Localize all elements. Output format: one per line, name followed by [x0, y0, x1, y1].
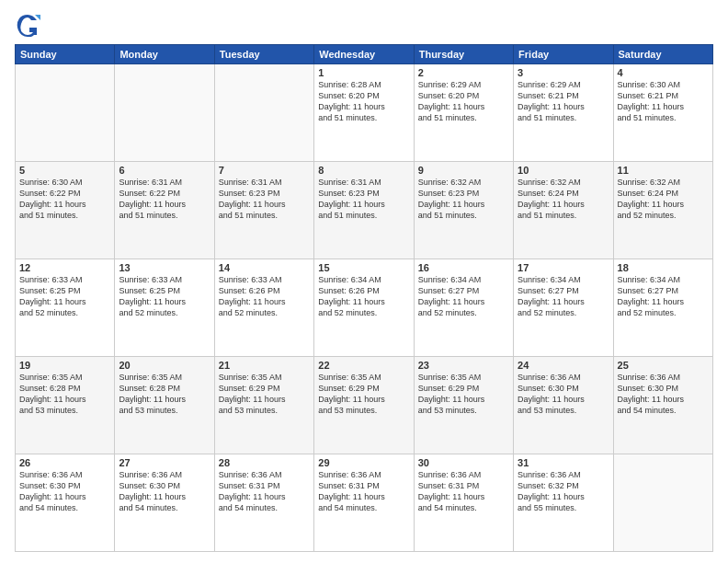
calendar-cell: 30Sunrise: 6:36 AM Sunset: 6:31 PM Dayli…: [414, 454, 513, 552]
page: SundayMondayTuesdayWednesdayThursdayFrid…: [0, 0, 728, 563]
calendar-body: 1Sunrise: 6:28 AM Sunset: 6:20 PM Daylig…: [16, 64, 713, 552]
calendar-cell: 18Sunrise: 6:34 AM Sunset: 6:27 PM Dayli…: [613, 259, 712, 357]
weekday-header: Tuesday: [214, 45, 313, 64]
day-number: 30: [418, 457, 509, 468]
day-info: Sunrise: 6:36 AM Sunset: 6:30 PM Dayligh…: [19, 469, 110, 514]
day-number: 15: [318, 262, 409, 273]
day-info: Sunrise: 6:31 AM Sunset: 6:23 PM Dayligh…: [219, 177, 310, 222]
weekday-header: Thursday: [414, 45, 513, 64]
day-info: Sunrise: 6:35 AM Sunset: 6:28 PM Dayligh…: [119, 372, 210, 417]
calendar-header: SundayMondayTuesdayWednesdayThursdayFrid…: [16, 45, 713, 64]
day-info: Sunrise: 6:32 AM Sunset: 6:24 PM Dayligh…: [518, 177, 609, 222]
day-number: 19: [19, 360, 110, 371]
calendar-cell: 12Sunrise: 6:33 AM Sunset: 6:25 PM Dayli…: [16, 259, 115, 357]
day-info: Sunrise: 6:31 AM Sunset: 6:23 PM Dayligh…: [318, 177, 409, 222]
calendar-cell: 8Sunrise: 6:31 AM Sunset: 6:23 PM Daylig…: [314, 162, 414, 259]
day-number: 24: [518, 360, 609, 371]
calendar-cell: 1Sunrise: 6:28 AM Sunset: 6:20 PM Daylig…: [314, 64, 414, 162]
day-info: Sunrise: 6:36 AM Sunset: 6:30 PM Dayligh…: [119, 469, 210, 514]
day-number: 29: [318, 457, 409, 468]
calendar-cell: 21Sunrise: 6:35 AM Sunset: 6:29 PM Dayli…: [214, 357, 313, 454]
calendar-cell: 15Sunrise: 6:34 AM Sunset: 6:26 PM Dayli…: [314, 259, 414, 357]
calendar-cell: 19Sunrise: 6:35 AM Sunset: 6:28 PM Dayli…: [16, 357, 115, 454]
day-info: Sunrise: 6:34 AM Sunset: 6:26 PM Dayligh…: [318, 274, 409, 319]
day-info: Sunrise: 6:34 AM Sunset: 6:27 PM Dayligh…: [618, 274, 709, 319]
day-info: Sunrise: 6:30 AM Sunset: 6:21 PM Dayligh…: [618, 79, 709, 124]
day-number: 13: [119, 262, 210, 273]
weekday-header: Sunday: [16, 45, 115, 64]
day-number: 23: [418, 360, 509, 371]
day-number: 12: [19, 262, 110, 273]
weekday-row: SundayMondayTuesdayWednesdayThursdayFrid…: [16, 45, 713, 64]
day-number: 11: [618, 165, 709, 176]
day-number: 20: [119, 360, 210, 371]
calendar-cell: 28Sunrise: 6:36 AM Sunset: 6:31 PM Dayli…: [214, 454, 313, 552]
day-number: 25: [618, 360, 709, 371]
day-number: 28: [219, 457, 310, 468]
calendar-cell: 5Sunrise: 6:30 AM Sunset: 6:22 PM Daylig…: [16, 162, 115, 259]
calendar-week-row: 5Sunrise: 6:30 AM Sunset: 6:22 PM Daylig…: [16, 162, 713, 259]
day-number: 2: [418, 67, 509, 78]
calendar-cell: 25Sunrise: 6:36 AM Sunset: 6:30 PM Dayli…: [613, 357, 712, 454]
day-number: 1: [318, 67, 409, 78]
header: [15, 11, 713, 37]
logo: [15, 11, 44, 37]
day-info: Sunrise: 6:33 AM Sunset: 6:25 PM Dayligh…: [19, 274, 110, 319]
calendar-cell: [16, 64, 115, 162]
day-info: Sunrise: 6:36 AM Sunset: 6:32 PM Dayligh…: [518, 469, 609, 514]
calendar-cell: 16Sunrise: 6:34 AM Sunset: 6:27 PM Dayli…: [414, 259, 513, 357]
day-number: 9: [418, 165, 509, 176]
calendar-cell: 27Sunrise: 6:36 AM Sunset: 6:30 PM Dayli…: [115, 454, 214, 552]
day-info: Sunrise: 6:30 AM Sunset: 6:22 PM Dayligh…: [19, 177, 110, 222]
day-number: 6: [119, 165, 210, 176]
day-info: Sunrise: 6:36 AM Sunset: 6:31 PM Dayligh…: [219, 469, 310, 514]
day-info: Sunrise: 6:32 AM Sunset: 6:24 PM Dayligh…: [618, 177, 709, 222]
calendar-cell: [613, 454, 712, 552]
day-number: 7: [219, 165, 310, 176]
day-number: 22: [318, 360, 409, 371]
weekday-header: Saturday: [613, 45, 712, 64]
calendar-cell: 10Sunrise: 6:32 AM Sunset: 6:24 PM Dayli…: [514, 162, 613, 259]
calendar-week-row: 26Sunrise: 6:36 AM Sunset: 6:30 PM Dayli…: [16, 454, 713, 552]
calendar-cell: 13Sunrise: 6:33 AM Sunset: 6:25 PM Dayli…: [115, 259, 214, 357]
calendar-cell: 2Sunrise: 6:29 AM Sunset: 6:20 PM Daylig…: [414, 64, 513, 162]
calendar-week-row: 12Sunrise: 6:33 AM Sunset: 6:25 PM Dayli…: [16, 259, 713, 357]
day-info: Sunrise: 6:36 AM Sunset: 6:30 PM Dayligh…: [618, 372, 709, 417]
day-number: 21: [219, 360, 310, 371]
day-info: Sunrise: 6:35 AM Sunset: 6:29 PM Dayligh…: [418, 372, 509, 417]
calendar-cell: 14Sunrise: 6:33 AM Sunset: 6:26 PM Dayli…: [214, 259, 313, 357]
day-info: Sunrise: 6:35 AM Sunset: 6:28 PM Dayligh…: [19, 372, 110, 417]
day-number: 14: [219, 262, 310, 273]
calendar-cell: 11Sunrise: 6:32 AM Sunset: 6:24 PM Dayli…: [613, 162, 712, 259]
day-number: 27: [119, 457, 210, 468]
calendar-cell: 26Sunrise: 6:36 AM Sunset: 6:30 PM Dayli…: [16, 454, 115, 552]
calendar-cell: 7Sunrise: 6:31 AM Sunset: 6:23 PM Daylig…: [214, 162, 313, 259]
calendar-cell: 23Sunrise: 6:35 AM Sunset: 6:29 PM Dayli…: [414, 357, 513, 454]
calendar-cell: 29Sunrise: 6:36 AM Sunset: 6:31 PM Dayli…: [314, 454, 414, 552]
day-info: Sunrise: 6:29 AM Sunset: 6:21 PM Dayligh…: [518, 79, 609, 124]
calendar-week-row: 19Sunrise: 6:35 AM Sunset: 6:28 PM Dayli…: [16, 357, 713, 454]
calendar: SundayMondayTuesdayWednesdayThursdayFrid…: [15, 44, 713, 552]
day-info: Sunrise: 6:35 AM Sunset: 6:29 PM Dayligh…: [219, 372, 310, 417]
weekday-header: Wednesday: [314, 45, 414, 64]
day-info: Sunrise: 6:36 AM Sunset: 6:31 PM Dayligh…: [318, 469, 409, 514]
day-number: 8: [318, 165, 409, 176]
day-number: 10: [518, 165, 609, 176]
calendar-cell: 22Sunrise: 6:35 AM Sunset: 6:29 PM Dayli…: [314, 357, 414, 454]
day-number: 16: [418, 262, 509, 273]
day-info: Sunrise: 6:34 AM Sunset: 6:27 PM Dayligh…: [418, 274, 509, 319]
day-number: 31: [518, 457, 609, 468]
calendar-cell: 6Sunrise: 6:31 AM Sunset: 6:22 PM Daylig…: [115, 162, 214, 259]
day-number: 18: [618, 262, 709, 273]
logo-icon: [15, 11, 40, 37]
day-info: Sunrise: 6:33 AM Sunset: 6:25 PM Dayligh…: [119, 274, 210, 319]
calendar-cell: 24Sunrise: 6:36 AM Sunset: 6:30 PM Dayli…: [514, 357, 613, 454]
day-number: 5: [19, 165, 110, 176]
day-number: 26: [19, 457, 110, 468]
day-number: 3: [518, 67, 609, 78]
calendar-cell: [115, 64, 214, 162]
calendar-cell: 4Sunrise: 6:30 AM Sunset: 6:21 PM Daylig…: [613, 64, 712, 162]
day-info: Sunrise: 6:33 AM Sunset: 6:26 PM Dayligh…: [219, 274, 310, 319]
day-info: Sunrise: 6:36 AM Sunset: 6:31 PM Dayligh…: [418, 469, 509, 514]
day-info: Sunrise: 6:28 AM Sunset: 6:20 PM Dayligh…: [318, 79, 409, 124]
